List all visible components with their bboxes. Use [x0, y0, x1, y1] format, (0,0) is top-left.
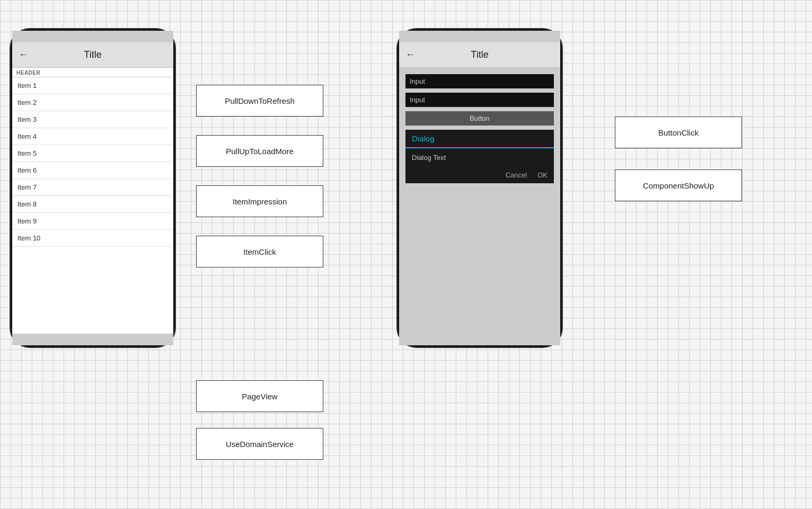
- dialog-cancel-btn[interactable]: Cancel: [506, 171, 527, 179]
- phone1-header: ← Title: [12, 42, 173, 68]
- phone1-bottom-bar: [12, 334, 173, 345]
- page-view-box[interactable]: PageView: [196, 380, 323, 412]
- phone1-list-header: HEADER: [12, 68, 173, 77]
- phone2-title: Title: [421, 49, 538, 60]
- phone2-input1[interactable]: Input: [405, 74, 554, 88]
- list-item[interactable]: Item 9: [12, 213, 173, 230]
- pull-up-to-load-more-box[interactable]: PullUpToLoadMore: [196, 135, 323, 167]
- phone1-back-arrow[interactable]: ←: [19, 49, 28, 60]
- component-show-up-box[interactable]: ComponentShowUp: [615, 169, 742, 201]
- pull-up-to-load-more-label: PullUpToLoadMore: [226, 147, 294, 156]
- phone2-frame: ← Title Input Input Button Dialog Dialog…: [398, 29, 562, 347]
- dialog-text: Dialog Text: [405, 148, 554, 167]
- phone2-header: ← Title: [399, 42, 560, 68]
- list-item[interactable]: Item 7: [12, 179, 173, 196]
- item-impression-box[interactable]: ItemImpression: [196, 185, 323, 217]
- phone2-dialog: Dialog Dialog Text Cancel OK: [405, 130, 554, 183]
- page-view-label: PageView: [242, 392, 277, 401]
- item-impression-label: ItemImpression: [233, 197, 287, 206]
- pull-down-to-refresh-box[interactable]: PullDownToRefresh: [196, 85, 323, 117]
- phone1-top-bar: [12, 31, 173, 42]
- list-item[interactable]: Item 1: [12, 77, 173, 94]
- button-click-label: ButtonClick: [658, 128, 699, 137]
- phone1-title: Title: [34, 49, 151, 60]
- phone1-list: Item 1Item 2Item 3Item 4Item 5Item 6Item…: [12, 77, 173, 247]
- list-item[interactable]: Item 6: [12, 162, 173, 179]
- phone2-top-bar: [399, 31, 560, 42]
- list-item[interactable]: Item 8: [12, 196, 173, 213]
- list-item[interactable]: Item 2: [12, 94, 173, 111]
- phone1-screen: ← Title HEADER Item 1Item 2Item 3Item 4I…: [12, 42, 173, 334]
- phone2-content: Input Input Button Dialog Dialog Text Ca…: [399, 68, 560, 334]
- phone2-screen: ← Title Input Input Button Dialog Dialog…: [399, 42, 560, 334]
- list-item[interactable]: Item 4: [12, 128, 173, 145]
- use-domain-service-box[interactable]: UseDomainService: [196, 428, 323, 460]
- phone2-back-arrow[interactable]: ←: [405, 49, 415, 60]
- phone1-frame: ← Title HEADER Item 1Item 2Item 3Item 4I…: [11, 29, 175, 347]
- phone2-input2[interactable]: Input: [405, 93, 554, 107]
- item-click-label: ItemClick: [243, 247, 276, 256]
- dialog-ok-btn[interactable]: OK: [537, 171, 548, 179]
- pull-down-to-refresh-label: PullDownToRefresh: [225, 96, 295, 105]
- dialog-buttons: Cancel OK: [405, 167, 554, 183]
- phone2-button[interactable]: Button: [405, 111, 554, 126]
- component-show-up-label: ComponentShowUp: [643, 181, 714, 190]
- list-item[interactable]: Item 5: [12, 145, 173, 162]
- list-item[interactable]: Item 10: [12, 230, 173, 247]
- dialog-title: Dialog: [405, 130, 554, 148]
- list-item[interactable]: Item 3: [12, 111, 173, 128]
- button-click-box[interactable]: ButtonClick: [615, 117, 742, 148]
- phone2-bottom-bar: [399, 334, 560, 345]
- item-click-box[interactable]: ItemClick: [196, 236, 323, 267]
- use-domain-service-label: UseDomainService: [226, 440, 294, 449]
